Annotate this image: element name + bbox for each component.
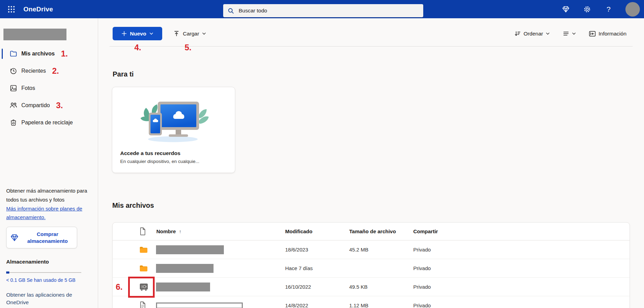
photo-icon [10, 84, 17, 92]
search-input[interactable] [238, 7, 419, 14]
annotation-6: 6. [116, 282, 123, 292]
sort-icon [514, 30, 521, 37]
sort-button[interactable]: Ordenar [512, 30, 552, 37]
recycle-bin-icon [10, 119, 17, 126]
share-cell: Privado [413, 302, 630, 308]
view-options-button[interactable] [561, 30, 578, 37]
column-header-share[interactable]: Compartir [413, 228, 630, 234]
devices-illustration [137, 100, 210, 144]
progress-track [6, 272, 81, 273]
premium-button[interactable] [561, 5, 570, 14]
new-button-label: Nuevo [130, 31, 146, 37]
document-icon [139, 301, 154, 308]
table-row[interactable]: Hace 7 días Privado [113, 259, 630, 278]
settings-button[interactable] [583, 5, 592, 14]
info-button[interactable]: Información [587, 30, 629, 37]
chevron-down-icon [202, 32, 206, 35]
file-name-redacted [156, 264, 214, 273]
upload-button-label: Cargar [183, 31, 199, 37]
table-header-row: Nombre ↑ Modificado Tamaño de archivo Co… [113, 223, 630, 240]
storage-plans-link[interactable]: Más información sobre planes de almacena… [6, 206, 82, 220]
sidebar-nav: Mis archivos 1. Recientes 2. Fotos Compa… [0, 45, 98, 131]
people-icon [10, 102, 17, 109]
sidebar-item-shared[interactable]: Compartido 3. [0, 97, 98, 114]
modified-cell: Hace 7 días [285, 265, 349, 271]
size-cell: 49.5 KB [349, 284, 413, 290]
sidebar-item-my-files[interactable]: Mis archivos 1. [0, 45, 98, 62]
search-icon [228, 8, 234, 14]
storage-heading: Almacenamiento [6, 257, 87, 267]
topbar: OneDrive ? [0, 0, 644, 18]
chevron-down-icon [546, 32, 550, 35]
sidebar-item-label: Compartido [21, 102, 50, 109]
table-row-highlighted[interactable]: 6. 16/10/2022 49.5 KB Privado [113, 278, 630, 296]
memories-promo-card[interactable]: Accede a tus recuerdos En cualquier disp… [112, 87, 235, 173]
topbar-actions: ? [561, 0, 644, 18]
modified-cell: 18/6/2023 [285, 247, 349, 253]
new-button[interactable]: Nuevo [113, 27, 162, 40]
buy-storage-label: Comprar almacenamiento [22, 231, 73, 244]
upload-icon [173, 30, 180, 37]
app-launcher-icon[interactable] [5, 2, 18, 17]
annotation-5: 5. [185, 43, 191, 52]
sidebar-item-label: Papelera de reciclaje [21, 120, 73, 126]
chevron-down-icon [149, 32, 153, 35]
diamond-icon [10, 233, 19, 242]
sort-button-label: Ordenar [523, 31, 543, 37]
buy-storage-button[interactable]: Comprar almacenamiento [6, 227, 77, 248]
storage-usage-link[interactable]: < 0.1 GB Se han usado de 5 GB [6, 276, 87, 284]
column-header-modified[interactable]: Modificado [285, 228, 349, 234]
sidebar-item-label: Mis archivos [21, 51, 55, 57]
search-box[interactable] [223, 4, 423, 17]
size-cell: 45.2 MB [349, 247, 413, 253]
share-cell: Privado [413, 265, 630, 271]
plus-icon [122, 31, 127, 36]
sidebar-item-recycle-bin[interactable]: Papelera de reciclaje [0, 114, 98, 131]
get-apps-link[interactable]: Obtener las aplicaciones de OneDrive [6, 291, 79, 306]
info-panel-icon [589, 31, 596, 37]
share-cell: Privado [413, 284, 630, 290]
file-type-column-icon[interactable] [139, 227, 154, 235]
folder-icon [10, 50, 17, 58]
upload-button[interactable]: Cargar [171, 27, 208, 40]
sidebar-item-label: Fotos [21, 85, 35, 91]
avatar[interactable] [625, 2, 640, 17]
app-title: OneDrive [23, 6, 53, 13]
list-view-icon [563, 30, 569, 37]
clock-icon [10, 67, 17, 75]
file-name-redacted [156, 302, 243, 308]
storage-progress-bar [6, 271, 81, 274]
waffle-icon [8, 6, 15, 13]
table-row[interactable]: 18/6/2023 45.2 MB Privado [113, 240, 630, 259]
annotation-4: 4. [134, 43, 141, 52]
folder-icon [139, 246, 154, 253]
column-header-size[interactable]: Tamaño de archivo [349, 228, 413, 234]
annotation-red-box [128, 277, 155, 298]
annotation-3: 3. [56, 101, 63, 110]
sidebar-item-recent[interactable]: Recientes 2. [0, 62, 98, 80]
column-header-name[interactable]: Nombre ↑ [154, 228, 285, 234]
gear-icon [583, 5, 591, 13]
my-files-heading: Mis archivos [112, 202, 154, 209]
share-cell: Privado [413, 247, 630, 253]
upsell-text: Obtener más almacenamiento para todos tu… [6, 186, 87, 204]
modified-cell: 14/8/2022 [285, 302, 349, 308]
storage-block: Obtener más almacenamiento para todos tu… [6, 186, 87, 306]
user-name-redacted [3, 29, 66, 40]
sidebar-item-photos[interactable]: Fotos [0, 80, 98, 97]
toolbar-right: Ordenar Información [512, 27, 629, 40]
file-name-redacted [156, 245, 224, 254]
chevron-down-icon [572, 32, 576, 35]
diamond-icon [562, 5, 570, 13]
promo-card-subtitle: En cualquier dispositivo, en cualquie... [120, 159, 199, 164]
table-row[interactable]: 14/8/2022 1.12 MB Privado [113, 296, 630, 308]
help-button[interactable]: ? [604, 5, 613, 14]
promo-card-title: Accede a tus recuerdos [120, 150, 180, 156]
document-icon [139, 227, 146, 235]
files-table: Nombre ↑ Modificado Tamaño de archivo Co… [112, 222, 630, 308]
help-icon: ? [606, 5, 611, 13]
progress-fill [6, 271, 9, 274]
info-button-label: Información [599, 31, 626, 37]
sidebar-item-label: Recientes [21, 68, 46, 74]
sort-ascending-icon: ↑ [179, 229, 181, 234]
